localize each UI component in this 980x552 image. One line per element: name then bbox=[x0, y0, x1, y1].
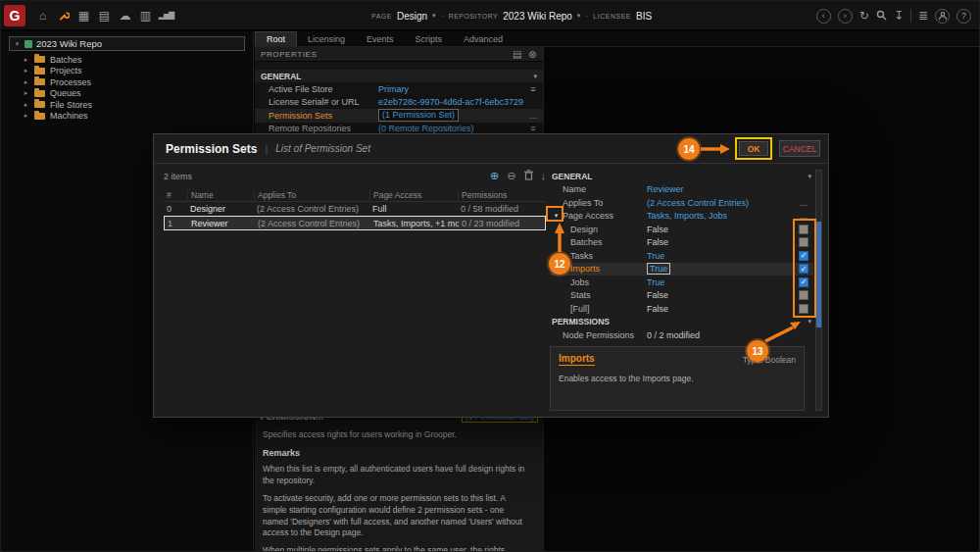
detail-label: Jobs bbox=[563, 277, 647, 287]
permission-set-list: 2 items ⊕ ⊖ ↓ # Name Applies To Page Acc… bbox=[164, 170, 546, 411]
detail-scrollbar[interactable] bbox=[815, 170, 822, 411]
detail-value[interactable]: True bbox=[647, 263, 794, 275]
close-icon[interactable]: ⊗ bbox=[528, 49, 537, 60]
checkbox-stats[interactable] bbox=[799, 290, 808, 300]
tree-item-processes[interactable]: ▸ Processes bbox=[1, 76, 253, 88]
chevron-down-icon[interactable]: ▾ bbox=[533, 73, 537, 80]
tree-item-queues[interactable]: ▸ Queues bbox=[1, 88, 253, 100]
ellipsis-button[interactable]: … bbox=[794, 198, 813, 208]
detail-value[interactable]: (2 Access Control Entries) bbox=[647, 198, 794, 208]
section-general[interactable]: GENERAL ▾ bbox=[255, 70, 543, 82]
detail-value[interactable]: 0 / 2 modified bbox=[647, 330, 794, 340]
detail-value[interactable]: True bbox=[647, 277, 794, 287]
detail-value[interactable]: True bbox=[647, 251, 794, 261]
menu-icon[interactable]: ≡ bbox=[523, 84, 543, 94]
expander-icon[interactable]: ▸ bbox=[23, 101, 29, 109]
folder-icon bbox=[34, 90, 45, 97]
checkbox-full[interactable] bbox=[799, 304, 808, 314]
column-page-access[interactable]: Page Access bbox=[369, 190, 458, 200]
tab-scripts[interactable]: Scripts bbox=[405, 31, 454, 46]
search-icon[interactable] bbox=[876, 10, 887, 23]
detail-value[interactable]: Reviewer bbox=[647, 184, 794, 194]
move-down-icon[interactable]: ↓ bbox=[541, 171, 547, 181]
save-icon[interactable]: ▤ bbox=[513, 49, 522, 60]
disk-icon[interactable]: ▤ bbox=[94, 5, 115, 26]
callout-badge-12: 12 bbox=[549, 253, 570, 275]
checkbox-design[interactable] bbox=[799, 225, 808, 234]
user-account-icon[interactable] bbox=[935, 9, 950, 24]
property-value[interactable]: e2eb728c-9970-4d6d-ac7f-6ebc3729f... bbox=[378, 97, 523, 107]
property-value[interactable]: (0 Remote Repositories) bbox=[378, 124, 523, 133]
help-icon[interactable]: ? bbox=[956, 9, 971, 24]
add-item-icon[interactable]: ⊕ bbox=[490, 171, 499, 181]
tree-root-node[interactable]: ▾ 2023 Wiki Repo bbox=[9, 36, 245, 51]
home-icon[interactable]: ⌂ bbox=[32, 5, 53, 26]
column-name[interactable]: Name bbox=[187, 190, 254, 200]
forward-icon[interactable]: › bbox=[838, 9, 853, 24]
tree-item-projects[interactable]: ▸ Projects bbox=[1, 66, 253, 77]
expander-icon[interactable]: ▸ bbox=[23, 89, 29, 97]
chevron-down-icon[interactable]: ▾ bbox=[577, 12, 581, 20]
download-icon[interactable]: ↧ bbox=[894, 10, 904, 22]
tree-item-machines[interactable]: ▸ Machines bbox=[1, 111, 253, 123]
tab-advanced[interactable]: Advanced bbox=[453, 31, 514, 46]
cloud-icon[interactable]: ☁ bbox=[115, 5, 135, 26]
expander-icon[interactable]: ▸ bbox=[23, 78, 29, 86]
menu-icon[interactable]: ≡ bbox=[523, 124, 543, 133]
tab-events[interactable]: Events bbox=[356, 31, 405, 46]
checkbox-tasks[interactable] bbox=[799, 251, 808, 261]
scrollbar-thumb[interactable] bbox=[816, 222, 821, 327]
tree-item-batches[interactable]: ▸ Batches bbox=[1, 54, 253, 66]
page-access-expander-icon[interactable]: ▾ bbox=[550, 212, 563, 220]
expander-icon[interactable]: ▸ bbox=[23, 112, 29, 120]
ok-button[interactable]: OK bbox=[739, 141, 768, 156]
cell-applies-to: (2 Access Control Entries) bbox=[254, 204, 369, 214]
chevron-down-icon[interactable]: ▾ bbox=[808, 173, 811, 180]
chevron-down-icon[interactable]: ▾ bbox=[808, 318, 811, 326]
stores-icon[interactable]: ▥ bbox=[135, 5, 156, 26]
detail-value[interactable]: False bbox=[647, 290, 794, 300]
page-access-row-imports-selected[interactable]: Imports True bbox=[550, 263, 813, 276]
detail-value[interactable]: False bbox=[647, 304, 794, 314]
detail-value[interactable]: False bbox=[647, 237, 794, 247]
property-value[interactable]: (1 Permission Set) bbox=[378, 109, 523, 122]
stats-chart-icon[interactable]: ▂▅▇ bbox=[156, 5, 176, 26]
column-permissions[interactable]: Permissions bbox=[458, 190, 546, 200]
page-access-row-stats: Stats False bbox=[550, 289, 813, 303]
detail-label: Imports bbox=[563, 264, 647, 274]
expander-icon[interactable]: ▸ bbox=[23, 56, 29, 64]
tree-item-file-stores[interactable]: ▸ File Stores bbox=[1, 99, 253, 111]
checkbox-batches[interactable] bbox=[799, 237, 808, 247]
back-icon[interactable]: ‹ bbox=[816, 9, 831, 24]
focused-value-editor[interactable]: True bbox=[647, 263, 670, 275]
table-row-reviewer-selected[interactable]: 1 Reviewer (2 Access Control Entries) Ta… bbox=[164, 216, 546, 230]
detail-section-general[interactable]: GENERAL ▾ bbox=[550, 170, 813, 183]
chevron-down-icon[interactable]: ▾ bbox=[432, 12, 436, 20]
cancel-button[interactable]: CANCEL bbox=[779, 140, 820, 157]
expander-icon[interactable]: ▸ bbox=[23, 67, 29, 75]
tab-licensing[interactable]: Licensing bbox=[297, 31, 356, 46]
remove-item-icon[interactable]: ⊖ bbox=[507, 171, 515, 181]
ellipsis-button[interactable]: … bbox=[523, 111, 543, 121]
tab-root[interactable]: Root bbox=[255, 31, 297, 46]
repository-selector[interactable]: 2023 Wiki Repo bbox=[503, 11, 572, 22]
design-tools-icon[interactable] bbox=[53, 5, 74, 26]
table-row-designer[interactable]: 0 Designer (2 Access Control Entries) Fu… bbox=[164, 202, 546, 216]
checkbox-jobs[interactable] bbox=[799, 277, 808, 287]
column-applies-to[interactable]: Applies To bbox=[254, 190, 369, 200]
batches-grid-icon[interactable]: ▦ bbox=[74, 5, 94, 26]
detail-value[interactable]: False bbox=[647, 225, 794, 234]
value-editor-box[interactable]: (1 Permission Set) bbox=[378, 109, 459, 122]
detail-value[interactable]: Tasks, Imports, Jobs bbox=[647, 211, 794, 221]
ellipsis-button[interactable]: … bbox=[794, 211, 813, 221]
property-value[interactable]: Primary bbox=[378, 84, 523, 94]
column-num[interactable]: # bbox=[164, 190, 187, 200]
layers-icon[interactable]: ≣ bbox=[918, 10, 928, 22]
checkbox-imports[interactable] bbox=[799, 264, 808, 274]
expander-icon[interactable]: ▾ bbox=[14, 40, 21, 48]
page-selector[interactable]: Design bbox=[397, 11, 427, 22]
detail-section-permissions[interactable]: PERMISSIONS ▾ bbox=[550, 316, 813, 329]
refresh-icon[interactable]: ↻ bbox=[859, 10, 869, 22]
delete-trash-icon[interactable] bbox=[524, 170, 533, 182]
cell-applies-to: (2 Access Control Entries) bbox=[255, 219, 370, 228]
